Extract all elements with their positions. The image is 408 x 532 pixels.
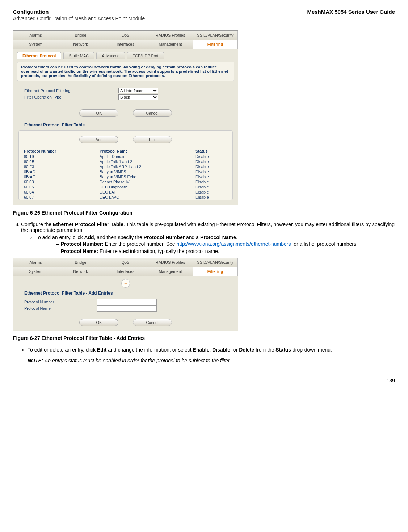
subtab-tcp-udp-port[interactable]: TCP/UDP Port bbox=[127, 52, 164, 59]
col-protocol-name: Protocol Name bbox=[98, 148, 194, 154]
col-status: Status bbox=[194, 148, 229, 154]
figure-6-26-screenshot: Alarms Bridge QoS RADIUS Profiles SSID/V… bbox=[13, 30, 238, 205]
tab-row-2: System Network Interfaces Management Fil… bbox=[13, 267, 238, 276]
label-protocol-name: Protocol Name bbox=[24, 306, 97, 311]
table-row: 80:F3Apple Talk ARP 1 and 2Disable bbox=[22, 164, 229, 169]
select-ethernet-protocol-filtering[interactable]: All Interfaces bbox=[118, 88, 158, 93]
input-protocol-number[interactable] bbox=[97, 299, 157, 305]
subtab-ethernet-protocol[interactable]: Ethernet Protocol bbox=[17, 52, 61, 59]
tab-row-1: Alarms Bridge QoS RADIUS Profiles SSID/V… bbox=[13, 31, 238, 40]
tab-interfaces[interactable]: Interfaces bbox=[103, 267, 148, 276]
dash-protocol-name: Protocol Name: Enter related information… bbox=[56, 248, 395, 254]
ok-button[interactable]: OK bbox=[79, 109, 118, 117]
tab-filtering[interactable]: Filtering bbox=[193, 40, 238, 49]
dash-protocol-number: Protocol Number: Enter the protocol numb… bbox=[56, 241, 395, 247]
tab-system[interactable]: System bbox=[13, 267, 58, 276]
header-left: Configuration bbox=[13, 9, 49, 15]
tab-filtering[interactable]: Filtering bbox=[193, 267, 238, 276]
table-row: 60:03Decnet Phase IVDisable bbox=[22, 179, 229, 184]
label-protocol-number: Protocol Number bbox=[24, 300, 97, 304]
table-container: Add Edit Protocol Number Protocol Name S… bbox=[18, 130, 233, 200]
tab-management[interactable]: Management bbox=[148, 267, 193, 276]
step-3: Configure the Ethernet Protocol Filter T… bbox=[21, 221, 395, 254]
description-box: Protocol filters can be used to control … bbox=[17, 62, 234, 81]
tab-qos[interactable]: QoS bbox=[103, 258, 148, 267]
table-row: 80:19Apollo DomainDisable bbox=[22, 154, 229, 159]
tab-bridge[interactable]: Bridge bbox=[58, 31, 103, 40]
tab-radius-profiles[interactable]: RADIUS Profiles bbox=[148, 31, 193, 40]
subtab-advanced[interactable]: Advanced bbox=[96, 52, 125, 59]
iana-link[interactable]: http://www.iana.org/assignments/ethernet… bbox=[177, 241, 291, 247]
label-ethernet-protocol-filtering: Ethernet Protocol Filtering bbox=[24, 88, 118, 93]
back-arrow-icon[interactable]: ← bbox=[121, 279, 130, 288]
page-number: 139 bbox=[387, 378, 395, 383]
tab-qos[interactable]: QoS bbox=[103, 31, 148, 40]
add-button[interactable]: Add bbox=[79, 136, 118, 143]
edit-button[interactable]: Edit bbox=[133, 136, 172, 143]
add-entries-title: Ethernet Protocol Filter Table - Add Ent… bbox=[13, 289, 238, 297]
figure-6-27-caption: Figure 6-27 Ethernet Protocol Filter Tab… bbox=[13, 335, 395, 341]
back-arrow-row: ← bbox=[13, 276, 238, 289]
note: NOTE: An entry's status must be enabled … bbox=[28, 358, 395, 363]
select-filter-operation-type[interactable]: Block bbox=[118, 94, 158, 100]
tab-alarms[interactable]: Alarms bbox=[13, 31, 58, 40]
table-title: Ethernet Protocol Filter Table bbox=[13, 121, 238, 129]
label-filter-operation-type: Filter Operation Type bbox=[24, 95, 118, 99]
bullet-add-entry: To add an entry, click Add, and then spe… bbox=[35, 234, 395, 254]
table-row: 80:9BApple Talk 1 and 2Disable bbox=[22, 159, 229, 164]
header-right: MeshMAX 5054 Series User Guide bbox=[307, 9, 395, 15]
header-rule bbox=[13, 24, 395, 24]
tab-bridge[interactable]: Bridge bbox=[58, 258, 103, 267]
tab-radius-profiles[interactable]: RADIUS Profiles bbox=[148, 258, 193, 267]
cancel-button[interactable]: Cancel bbox=[133, 109, 172, 117]
input-protocol-name[interactable] bbox=[97, 305, 157, 312]
subtab-row: Ethernet Protocol Static MAC Advanced TC… bbox=[13, 49, 238, 59]
col-protocol-number: Protocol Number bbox=[22, 148, 98, 154]
add-entries-form: Protocol Number Protocol Name bbox=[13, 297, 238, 316]
tab-row-1: Alarms Bridge QoS RADIUS Profiles SSID/V… bbox=[13, 258, 238, 267]
tab-management[interactable]: Management bbox=[148, 40, 193, 49]
table-row: 60:04DEC LATDisable bbox=[22, 190, 229, 195]
tab-network[interactable]: Network bbox=[58, 40, 103, 49]
tab-interfaces[interactable]: Interfaces bbox=[103, 40, 148, 49]
tab-network[interactable]: Network bbox=[58, 267, 103, 276]
table-row: 0B:ADBanyan VINESDisable bbox=[22, 169, 229, 174]
header-sub: Advanced Configuration of Mesh and Acces… bbox=[13, 16, 395, 21]
tab-ssid-vlan-security[interactable]: SSID/VLAN/Security bbox=[193, 31, 238, 40]
table-row: 0B:AFBanyan VINES EchoDisable bbox=[22, 174, 229, 179]
tab-ssid-vlan-security[interactable]: SSID/VLAN/Security bbox=[193, 258, 238, 267]
tab-system[interactable]: System bbox=[13, 40, 58, 49]
tab-alarms[interactable]: Alarms bbox=[13, 258, 58, 267]
tab-row-2: System Network Interfaces Management Fil… bbox=[13, 40, 238, 49]
ok-button[interactable]: OK bbox=[79, 319, 118, 326]
table-row: 60:07DEC LAVCDisable bbox=[22, 195, 229, 200]
figure-6-27-screenshot: Alarms Bridge QoS RADIUS Profiles SSID/V… bbox=[13, 258, 238, 331]
cancel-button[interactable]: Cancel bbox=[133, 319, 172, 326]
table-row: 60:05DEC DiagnosticDisable bbox=[22, 184, 229, 190]
figure-6-26-caption: Figure 6-26 Ethernet Protocol Filter Con… bbox=[13, 210, 395, 216]
bullet-edit-delete: To edit or delete an entry, click Edit a… bbox=[28, 347, 395, 353]
subtab-static-mac[interactable]: Static MAC bbox=[63, 52, 94, 59]
form-area: Ethernet Protocol Filtering All Interfac… bbox=[13, 85, 238, 107]
page-footer: 139 bbox=[13, 376, 395, 383]
table-header-row: Protocol Number Protocol Name Status bbox=[22, 148, 229, 154]
protocol-filter-table: Protocol Number Protocol Name Status 80:… bbox=[22, 148, 229, 200]
